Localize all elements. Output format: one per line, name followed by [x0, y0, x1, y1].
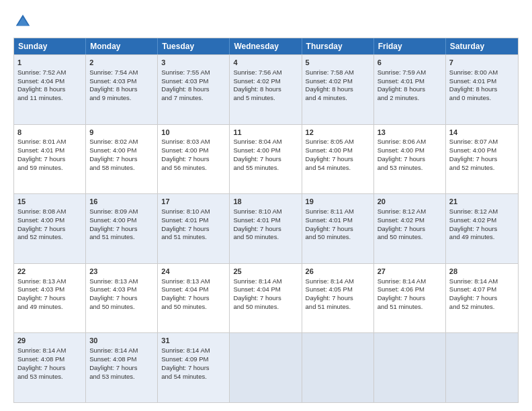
cell-line-3: and 53 minutes.	[17, 373, 82, 381]
cal-cell-5: 5Sunrise: 7:58 AMSunset: 4:02 PMDaylight…	[302, 55, 374, 124]
cal-cell-21: 21Sunrise: 8:12 AMSunset: 4:02 PMDayligh…	[446, 194, 518, 263]
cell-line-0: Sunrise: 7:58 AM	[306, 68, 370, 77]
cell-line-2: Daylight: 8 hours	[378, 85, 442, 94]
day-number: 7	[449, 58, 515, 68]
cell-line-1: Sunset: 4:06 PM	[378, 285, 442, 294]
cal-cell-31: 31Sunrise: 8:14 AMSunset: 4:09 PMDayligh…	[158, 333, 230, 402]
cell-line-1: Sunset: 4:08 PM	[89, 355, 154, 364]
cell-line-2: Daylight: 8 hours	[449, 85, 515, 94]
cell-line-2: Daylight: 7 hours	[89, 364, 154, 373]
cal-cell-empty	[230, 333, 302, 402]
cell-line-0: Sunrise: 8:12 AM	[378, 208, 442, 216]
day-number: 1	[17, 58, 82, 68]
cell-line-3: and 51 minutes.	[378, 303, 442, 312]
cell-line-1: Sunset: 4:01 PM	[17, 146, 82, 155]
cal-header-saturday: Saturday	[446, 38, 518, 54]
cell-line-0: Sunrise: 7:56 AM	[233, 68, 298, 77]
cell-line-3: and 52 minutes.	[449, 164, 515, 173]
cell-line-1: Sunset: 4:00 PM	[161, 146, 226, 155]
cell-line-3: and 52 minutes.	[17, 233, 82, 242]
cell-line-1: Sunset: 4:00 PM	[89, 216, 154, 225]
header	[13, 12, 519, 31]
cell-line-1: Sunset: 4:04 PM	[17, 77, 82, 86]
cell-line-0: Sunrise: 8:14 AM	[233, 277, 298, 286]
cell-line-0: Sunrise: 7:59 AM	[378, 68, 442, 77]
cell-line-3: and 59 minutes.	[17, 164, 82, 173]
cell-line-2: Daylight: 8 hours	[306, 85, 370, 94]
cell-line-3: and 53 minutes.	[378, 164, 442, 173]
cal-cell-18: 18Sunrise: 8:10 AMSunset: 4:01 PMDayligh…	[230, 194, 302, 263]
cell-line-2: Daylight: 7 hours	[233, 155, 298, 164]
cell-line-0: Sunrise: 8:14 AM	[378, 277, 442, 286]
cell-line-2: Daylight: 7 hours	[449, 155, 515, 164]
cell-line-3: and 50 minutes.	[378, 233, 442, 242]
cell-line-2: Daylight: 7 hours	[17, 364, 82, 373]
cell-line-3: and 7 minutes.	[161, 94, 226, 103]
cal-cell-22: 22Sunrise: 8:13 AMSunset: 4:03 PMDayligh…	[14, 264, 86, 333]
cell-line-0: Sunrise: 8:13 AM	[161, 277, 226, 286]
day-number: 19	[306, 197, 370, 207]
day-number: 15	[17, 197, 82, 207]
cell-line-2: Daylight: 7 hours	[161, 294, 226, 303]
cell-line-1: Sunset: 4:00 PM	[378, 146, 442, 155]
cell-line-3: and 11 minutes.	[17, 94, 82, 103]
cal-cell-7: 7Sunrise: 8:00 AMSunset: 4:01 PMDaylight…	[446, 55, 518, 124]
day-number: 20	[378, 197, 442, 207]
day-number: 17	[161, 197, 226, 207]
cal-cell-empty	[446, 333, 518, 402]
cal-cell-19: 19Sunrise: 8:11 AMSunset: 4:01 PMDayligh…	[302, 194, 374, 263]
cal-cell-25: 25Sunrise: 8:14 AMSunset: 4:04 PMDayligh…	[230, 264, 302, 333]
cell-line-1: Sunset: 4:04 PM	[233, 285, 298, 294]
cal-cell-8: 8Sunrise: 8:01 AMSunset: 4:01 PMDaylight…	[14, 125, 86, 194]
cell-line-1: Sunset: 4:00 PM	[89, 146, 154, 155]
cell-line-0: Sunrise: 8:13 AM	[89, 277, 154, 286]
cell-line-2: Daylight: 7 hours	[306, 155, 370, 164]
cell-line-1: Sunset: 4:03 PM	[89, 77, 154, 86]
day-number: 31	[161, 336, 226, 346]
cell-line-1: Sunset: 4:05 PM	[306, 285, 370, 294]
cell-line-0: Sunrise: 8:14 AM	[17, 347, 82, 355]
cell-line-3: and 50 minutes.	[89, 303, 154, 312]
cell-line-0: Sunrise: 8:10 AM	[233, 208, 298, 216]
cell-line-1: Sunset: 4:02 PM	[378, 216, 442, 225]
cell-line-3: and 50 minutes.	[161, 303, 226, 312]
cell-line-0: Sunrise: 8:08 AM	[17, 208, 82, 216]
cell-line-1: Sunset: 4:01 PM	[378, 77, 442, 86]
cell-line-2: Daylight: 7 hours	[161, 155, 226, 164]
calendar-row-2: 15Sunrise: 8:08 AMSunset: 4:00 PMDayligh…	[14, 193, 518, 263]
cell-line-2: Daylight: 7 hours	[89, 155, 154, 164]
cell-line-0: Sunrise: 8:09 AM	[89, 208, 154, 216]
cell-line-3: and 51 minutes.	[89, 233, 154, 242]
cell-line-1: Sunset: 4:01 PM	[306, 216, 370, 225]
cell-line-2: Daylight: 7 hours	[378, 225, 442, 234]
cell-line-3: and 50 minutes.	[306, 233, 370, 242]
cell-line-1: Sunset: 4:01 PM	[449, 77, 515, 86]
day-number: 2	[89, 58, 154, 68]
cal-cell-11: 11Sunrise: 8:04 AMSunset: 4:00 PMDayligh…	[230, 125, 302, 194]
cell-line-1: Sunset: 4:00 PM	[306, 146, 370, 155]
cell-line-1: Sunset: 4:03 PM	[161, 77, 226, 86]
cell-line-2: Daylight: 7 hours	[306, 225, 370, 234]
cal-cell-13: 13Sunrise: 8:06 AMSunset: 4:00 PMDayligh…	[374, 125, 446, 194]
cal-header-monday: Monday	[86, 38, 158, 54]
cell-line-0: Sunrise: 8:00 AM	[449, 68, 515, 77]
cell-line-3: and 54 minutes.	[161, 373, 226, 381]
day-number: 8	[17, 128, 82, 138]
cal-cell-24: 24Sunrise: 8:13 AMSunset: 4:04 PMDayligh…	[158, 264, 230, 333]
cal-cell-4: 4Sunrise: 7:56 AMSunset: 4:02 PMDaylight…	[230, 55, 302, 124]
day-number: 10	[161, 128, 226, 138]
cell-line-0: Sunrise: 8:11 AM	[306, 208, 370, 216]
cell-line-3: and 54 minutes.	[306, 164, 370, 173]
cell-line-1: Sunset: 4:08 PM	[17, 355, 82, 364]
cell-line-0: Sunrise: 7:52 AM	[17, 68, 82, 77]
cell-line-2: Daylight: 8 hours	[17, 85, 82, 94]
cell-line-2: Daylight: 7 hours	[89, 294, 154, 303]
cell-line-0: Sunrise: 8:12 AM	[449, 208, 515, 216]
calendar-header-row: SundayMondayTuesdayWednesdayThursdayFrid…	[14, 38, 518, 54]
cell-line-2: Daylight: 7 hours	[17, 294, 82, 303]
calendar-body: 1Sunrise: 7:52 AMSunset: 4:04 PMDaylight…	[14, 54, 518, 402]
cell-line-2: Daylight: 8 hours	[161, 85, 226, 94]
cell-line-1: Sunset: 4:00 PM	[449, 146, 515, 155]
cell-line-1: Sunset: 4:00 PM	[17, 216, 82, 225]
calendar-row-1: 8Sunrise: 8:01 AMSunset: 4:01 PMDaylight…	[14, 124, 518, 194]
